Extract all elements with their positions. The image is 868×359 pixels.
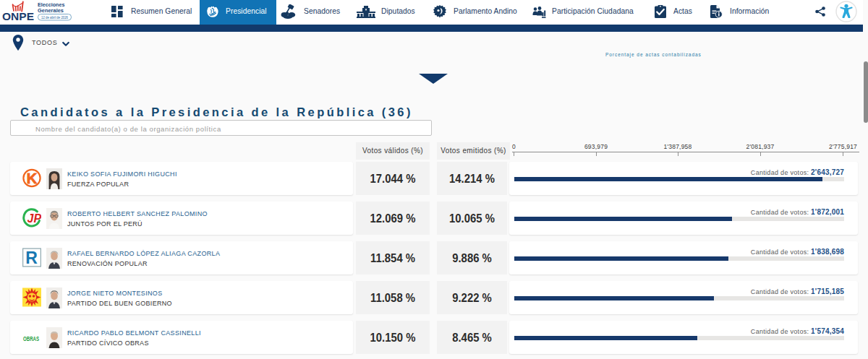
svg-text:OBRAS: OBRAS — [23, 334, 39, 342]
svg-text:R: R — [25, 248, 38, 267]
svg-text:JP: JP — [27, 212, 42, 225]
svg-text:12 de abril de 2026: 12 de abril de 2026 — [41, 15, 68, 20]
svg-text:K: K — [27, 170, 38, 186]
svg-text:Generales: Generales — [38, 7, 64, 14]
svg-text:ONPE: ONPE — [2, 10, 34, 22]
